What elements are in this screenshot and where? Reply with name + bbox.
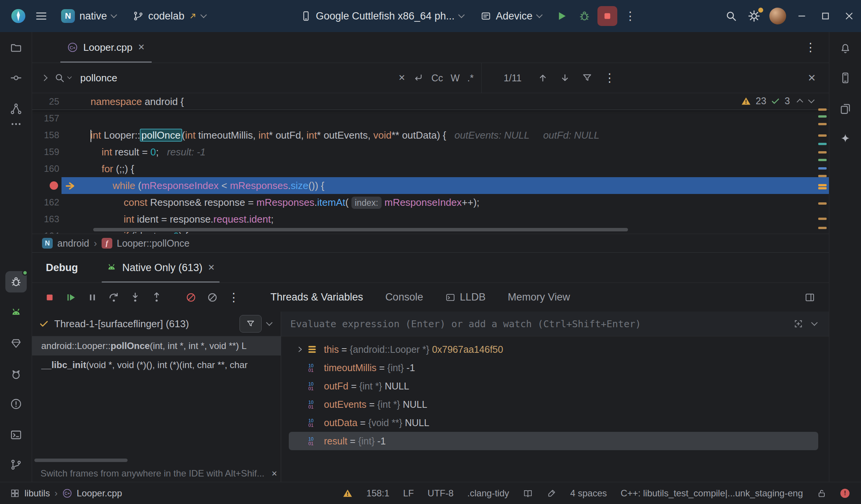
run-config-selector[interactable]: Adevice [475, 6, 547, 26]
warning-icon[interactable] [343, 488, 353, 498]
expand-replace-icon[interactable] [41, 75, 48, 81]
problems-tool-button[interactable] [5, 393, 27, 415]
analysis-mark[interactable] [818, 108, 827, 111]
highlight-mode-icon[interactable] [547, 488, 557, 498]
stack-frame-row[interactable]: __libc_init(void *, void (*)(), int (*)(… [32, 355, 281, 375]
chevron-down-icon[interactable] [266, 320, 273, 326]
code-line[interactable]: 158int Looper::pollOnce(int timeoutMilli… [32, 127, 829, 144]
mute-breakpoints-button[interactable] [182, 288, 200, 307]
analysis-mark[interactable] [818, 115, 827, 118]
stop-button[interactable] [597, 6, 617, 26]
tab-lldb[interactable]: LLDB [445, 291, 486, 303]
analysis-mark[interactable] [818, 184, 827, 186]
analysis-mark[interactable] [818, 187, 827, 189]
variable-row[interactable]: 1001outEvents = {int *} NULL [289, 395, 818, 414]
evaluate-expression-bar[interactable]: Evaluate expression (Enter) or add a wat… [281, 312, 829, 336]
close-window-button[interactable] [837, 0, 861, 32]
analysis-mark[interactable] [818, 175, 827, 177]
project-tool-button[interactable] [5, 37, 27, 58]
notifications-button[interactable] [835, 37, 856, 58]
file-encoding[interactable]: UTF-8 [427, 488, 453, 499]
minimize-button[interactable] [790, 0, 814, 32]
variable-row[interactable]: 1001outData = {void **} NULL [289, 414, 818, 432]
layout-settings-button[interactable] [801, 288, 819, 307]
line-number[interactable]: 25 [32, 93, 59, 110]
search-options-button[interactable]: ⋮ [604, 72, 615, 84]
search-everywhere-button[interactable] [721, 6, 741, 26]
error-notification-icon[interactable]: ! [840, 489, 850, 498]
debug-button[interactable] [575, 6, 594, 26]
main-menu-button[interactable] [31, 6, 51, 26]
thread-filter-button[interactable] [240, 315, 262, 333]
line-number[interactable]: 158 [32, 127, 59, 144]
code-line[interactable]: 159 int result = 0; result: -1 [32, 144, 829, 160]
reader-mode-icon[interactable] [523, 488, 533, 498]
analysis-mark[interactable] [818, 218, 827, 220]
code-line[interactable]: 163 int ident = response.request.ident; [32, 211, 829, 228]
tab-memory-view[interactable]: Memory View [508, 291, 570, 303]
indent-setting[interactable]: 4 spaces [570, 488, 607, 499]
code-line[interactable]: 25namespace android { [32, 93, 829, 110]
run-button[interactable] [552, 6, 571, 26]
code-line[interactable]: 162 const Response& response = mResponse… [32, 194, 829, 211]
next-match-icon[interactable] [560, 73, 570, 83]
debug-more-button[interactable]: ⋮ [225, 288, 243, 307]
newline-icon[interactable] [413, 73, 424, 83]
frames-scrollbar[interactable] [34, 459, 128, 462]
debug-tool-button[interactable] [5, 271, 27, 292]
user-avatar[interactable] [769, 8, 786, 24]
next-problem-icon[interactable] [808, 97, 815, 103]
code-editor[interactable]: 25namespace android {157158int Looper::p… [32, 93, 829, 234]
more-actions-button[interactable]: ⋮ [620, 6, 640, 26]
line-ending[interactable]: LF [403, 488, 414, 499]
previous-match-icon[interactable] [537, 73, 548, 83]
resume-button[interactable] [62, 288, 80, 307]
search-input[interactable] [79, 72, 391, 84]
filter-icon[interactable] [582, 73, 592, 83]
analysis-mark[interactable] [818, 159, 827, 161]
regex-toggle[interactable]: .* [467, 73, 474, 84]
cursor-position[interactable]: 158:1 [366, 488, 389, 499]
analysis-mark[interactable] [818, 134, 827, 137]
line-number[interactable]: 164 [32, 228, 59, 234]
analysis-mark[interactable] [818, 227, 827, 229]
variable-row[interactable]: 1001outFd = {int *} NULL [289, 377, 818, 395]
close-session-icon[interactable]: ✕ [208, 263, 215, 272]
line-number[interactable]: 162 [32, 194, 59, 211]
dismiss-hint-icon[interactable]: ✕ [271, 470, 277, 477]
step-out-button[interactable] [147, 288, 166, 307]
settings-button[interactable] [744, 6, 764, 26]
tab-threads-variables[interactable]: Threads & Variables [270, 291, 363, 303]
variable-row[interactable]: this = {android::Looper *} 0x7967aa146f5… [289, 340, 818, 359]
step-into-button[interactable] [126, 288, 144, 307]
analysis-mark[interactable] [818, 202, 827, 205]
line-number[interactable]: 157 [32, 110, 59, 127]
horizontal-scrollbar[interactable] [93, 228, 628, 231]
add-watch-icon[interactable] [793, 318, 804, 329]
tab-console[interactable]: Console [385, 291, 423, 303]
chevron-down-icon[interactable] [811, 320, 818, 326]
analysis-mark[interactable] [818, 143, 827, 145]
breakpoints-muted-state-button[interactable] [203, 288, 222, 307]
line-number[interactable]: 159 [32, 144, 59, 160]
status-module[interactable]: libutils [24, 488, 50, 499]
tab-looper-cpp[interactable]: C+ Looper.cpp ✕ [60, 32, 152, 63]
debug-session-tab[interactable]: Native Only (613) ✕ [103, 253, 218, 283]
whole-words-toggle[interactable]: W [451, 73, 460, 84]
logcat-tool-button[interactable] [5, 364, 27, 385]
device-manager-button[interactable] [835, 67, 856, 89]
emulator-tool-button[interactable] [5, 302, 27, 323]
toolchain[interactable]: C++: libutils_test_compile|...unk_stagin… [621, 488, 803, 499]
variable-row[interactable]: 1001timeoutMillis = {int} -1 [289, 359, 818, 377]
search-history-button[interactable] [54, 73, 72, 83]
code-line[interactable]: 160 for (;;) { [32, 160, 829, 177]
analysis-mark[interactable] [818, 151, 827, 153]
line-number[interactable]: 163 [32, 211, 59, 228]
prev-problem-icon[interactable] [797, 99, 803, 105]
analysis-mark[interactable] [818, 123, 827, 125]
app-insights-tool-button[interactable] [5, 333, 27, 354]
device-selector[interactable]: Google Cuttlefish x86_64 ph... [295, 6, 469, 26]
stack-frame-row[interactable]: android::Looper::pollOnce(int, int *, in… [32, 336, 281, 355]
status-file[interactable]: Looper.cpp [77, 488, 122, 499]
pause-button[interactable] [83, 288, 102, 307]
